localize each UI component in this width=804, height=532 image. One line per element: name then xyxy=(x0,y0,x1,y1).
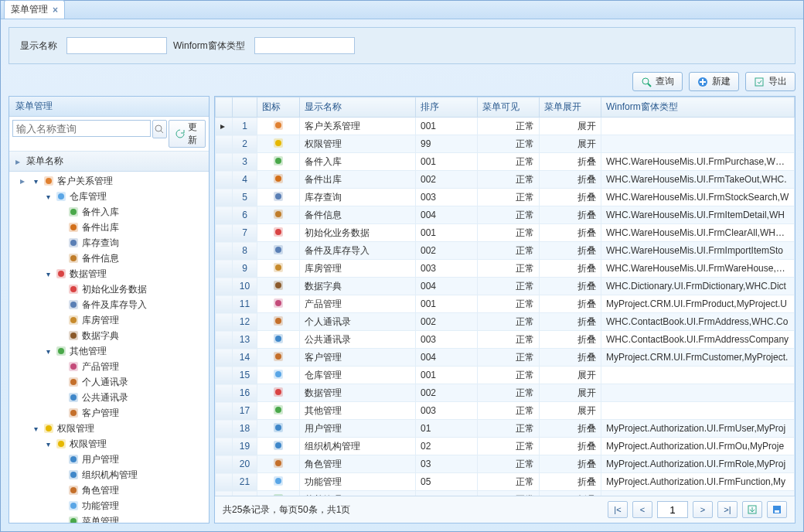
tab-menu-mgmt[interactable]: 菜单管理 × xyxy=(4,0,65,19)
expand-icon[interactable]: ▾ xyxy=(31,425,40,433)
tree-node[interactable]: ▾其他管理 xyxy=(9,343,209,359)
cell-winform xyxy=(601,384,795,402)
table-row[interactable]: 16数据管理002正常展开 xyxy=(216,384,795,402)
tree-node[interactable]: 用户管理 xyxy=(9,452,209,467)
tree-node[interactable]: 备件入库 xyxy=(9,204,209,220)
tree-node[interactable]: 初始化业务数据 xyxy=(9,281,209,297)
new-button[interactable]: 新建 xyxy=(689,72,739,91)
table-row[interactable]: 5库存查询003正常折叠WHC.WareHouseMis.UI.FrmStock… xyxy=(216,189,795,206)
table-row[interactable]: ▸1客户关系管理001正常展开 xyxy=(216,118,795,135)
tree-node[interactable]: 备件及库存导入 xyxy=(9,297,209,312)
table-row[interactable]: 14客户管理004正常折叠MyProject.CRM.UI.FrmCustome… xyxy=(216,349,795,367)
refresh-label: 更新 xyxy=(188,121,199,147)
last-page-button[interactable]: >| xyxy=(717,501,738,518)
tree-node[interactable]: ▾权限管理 xyxy=(9,436,209,452)
expand-icon[interactable]: ▾ xyxy=(43,347,53,356)
first-page-button[interactable]: |< xyxy=(608,501,628,518)
column-header[interactable]: 图标 xyxy=(257,97,300,118)
table-row[interactable]: 19组织机构管理02正常折叠MyProject.Authorization.UI… xyxy=(216,438,795,455)
column-header[interactable] xyxy=(216,97,233,118)
func-icon xyxy=(272,475,284,487)
people-icon xyxy=(43,175,55,187)
table-row[interactable]: 6备件信息004正常折叠WHC.WareHouseMis.UI.FrmItemD… xyxy=(216,206,795,224)
prev-page-button[interactable]: < xyxy=(632,501,652,518)
column-header[interactable]: 显示名称 xyxy=(300,97,416,118)
tree-node[interactable]: 库存查询 xyxy=(9,235,209,251)
tree-node[interactable]: ▾数据管理 xyxy=(9,266,209,281)
table-row[interactable]: 7初始化业务数据001正常折叠WHC.WareHouseMis.UI.FrmCl… xyxy=(216,224,795,242)
svg-point-79 xyxy=(275,318,281,324)
svg-point-97 xyxy=(275,478,281,484)
column-header[interactable]: 排序 xyxy=(416,97,478,118)
people-icon xyxy=(272,119,284,131)
tree-node[interactable]: 个人通讯录 xyxy=(9,374,209,390)
tree-node[interactable]: 客户管理 xyxy=(9,405,209,421)
close-icon[interactable]: × xyxy=(53,5,58,15)
expand-icon[interactable]: ▾ xyxy=(43,440,53,448)
tree-node[interactable]: 产品管理 xyxy=(9,359,209,374)
next-page-button[interactable]: > xyxy=(693,501,713,518)
page-number-input[interactable] xyxy=(657,501,688,518)
winform-type-field[interactable] xyxy=(254,37,355,54)
cell-visible: 正常 xyxy=(478,189,540,206)
tree-node[interactable]: 功能管理 xyxy=(9,498,209,513)
table-row[interactable]: 12个人通讯录002正常折叠WHC.ContactBook.UI.FrmAddr… xyxy=(216,313,795,331)
tree-node[interactable]: 组织机构管理 xyxy=(9,467,209,483)
save-page-button[interactable] xyxy=(767,501,787,518)
column-header[interactable]: 菜单展开 xyxy=(540,97,601,118)
table-row[interactable]: 2权限管理99正常展开 xyxy=(216,135,795,153)
tree-node[interactable]: ▸▾客户关系管理 xyxy=(9,173,209,189)
search-icon xyxy=(641,77,652,87)
table-row[interactable]: 17其他管理003正常展开 xyxy=(216,402,795,420)
tree-node[interactable]: 数据字典 xyxy=(9,328,209,343)
table-row[interactable]: 13公共通讯录003正常折叠WHC.ContactBook.UI.FrmAddr… xyxy=(216,331,795,349)
table-row[interactable]: 8备件及库存导入002正常折叠WHC.WareHouseMis.UI.FrmIm… xyxy=(216,242,795,260)
tree-node[interactable]: 菜单管理 xyxy=(9,513,209,523)
expand-icon[interactable]: ▾ xyxy=(43,270,53,278)
table-row[interactable]: 11产品管理001正常折叠MyProject.CRM.UI.FrmProduct… xyxy=(216,295,795,313)
table-row[interactable]: 20角色管理03正常折叠MyProject.Authorization.UI.F… xyxy=(216,455,795,473)
table-row[interactable]: 3备件入库001正常折叠WHC.WareHouseMis.UI.FrmPurch… xyxy=(216,153,795,171)
table-row[interactable]: 15仓库管理001正常展开 xyxy=(216,367,795,384)
tree-search-input[interactable] xyxy=(12,120,151,137)
table-row[interactable]: 9库房管理003正常折叠WHC.WareHouseMis.UI.FrmWareH… xyxy=(216,260,795,278)
svg-point-0 xyxy=(642,78,649,84)
box-icon xyxy=(272,368,284,380)
column-header[interactable]: Winform窗体类型 xyxy=(601,97,795,118)
cell-icon xyxy=(257,384,300,402)
svg-point-11 xyxy=(70,209,77,215)
cell-icon xyxy=(257,278,300,295)
menu-grid: 图标显示名称排序菜单可见菜单展开Winform窗体类型 ▸1客户关系管理001正… xyxy=(215,97,795,496)
column-header[interactable] xyxy=(233,97,257,118)
tree-node[interactable]: 公共通讯录 xyxy=(9,390,209,405)
tree-search-button[interactable] xyxy=(152,120,167,138)
tree-node[interactable]: 备件信息 xyxy=(9,251,209,266)
refresh-icon xyxy=(175,129,185,138)
column-header[interactable]: 菜单可见 xyxy=(478,97,540,118)
table-row[interactable]: 10数据字典004正常折叠WHC.Dictionary.UI.FrmDictio… xyxy=(216,278,795,295)
grid-container[interactable]: 图标显示名称排序菜单可见菜单展开Winform窗体类型 ▸1客户关系管理001正… xyxy=(215,97,795,496)
menu-tree[interactable]: ▸▾客户关系管理▾仓库管理备件入库备件出库库存查询备件信息▾数据管理初始化业务数… xyxy=(9,172,209,523)
table-row[interactable]: 18用户管理01正常折叠MyProject.Authorization.UI.F… xyxy=(216,420,795,438)
cell-name: 其他管理 xyxy=(300,402,416,420)
tree-node[interactable]: ▾仓库管理 xyxy=(9,189,209,204)
box-icon xyxy=(55,190,67,203)
table-row[interactable]: 4备件出库002正常折叠WHC.WareHouseMis.UI.FrmTakeO… xyxy=(216,171,795,189)
tree-refresh-button[interactable]: 更新 xyxy=(169,120,206,148)
tree-node[interactable]: ▾权限管理 xyxy=(9,421,209,436)
cell-name: 备件出库 xyxy=(300,171,416,189)
display-name-field[interactable] xyxy=(66,37,167,54)
export-button[interactable]: 导出 xyxy=(745,72,795,91)
expand-icon[interactable]: ▾ xyxy=(43,193,53,201)
tree-node-label: 权限管理 xyxy=(57,422,94,435)
table-row[interactable]: 21功能管理05正常折叠MyProject.Authorization.UI.F… xyxy=(216,473,795,491)
tree-node[interactable]: 库房管理 xyxy=(9,312,209,328)
tree-header-label: 菜单名称 xyxy=(26,155,63,168)
cell-visible: 正常 xyxy=(478,438,540,455)
query-button[interactable]: 查询 xyxy=(632,72,683,91)
expand-icon[interactable]: ▾ xyxy=(31,177,40,186)
svg-point-57 xyxy=(275,122,281,128)
tree-node[interactable]: 备件出库 xyxy=(9,220,209,235)
tree-node[interactable]: 角色管理 xyxy=(9,483,209,498)
export-page-button[interactable] xyxy=(742,501,762,518)
